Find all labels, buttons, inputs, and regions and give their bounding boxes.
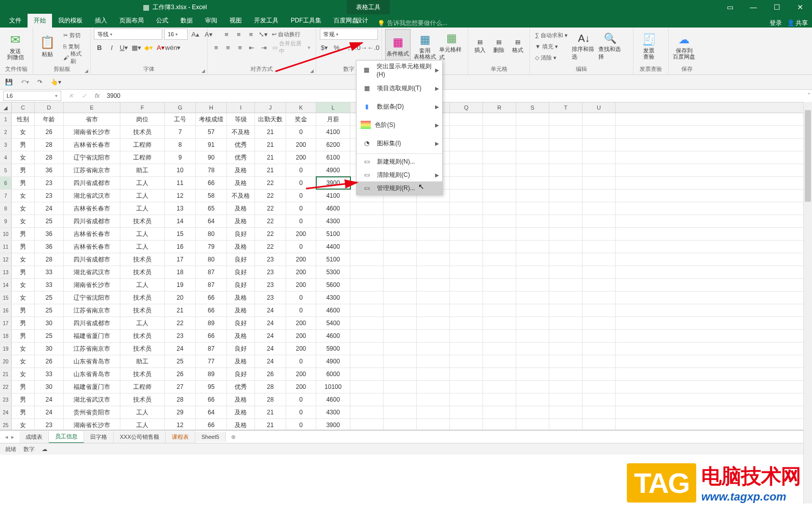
data-cell[interactable]	[549, 126, 582, 138]
data-cell[interactable]: 良好	[227, 279, 255, 291]
share-button[interactable]: 👤共享	[787, 19, 808, 28]
data-cell[interactable]: 21	[165, 304, 196, 317]
data-cell[interactable]: 男	[12, 304, 35, 317]
data-cell[interactable]	[450, 406, 483, 418]
data-cell[interactable]: 4300	[316, 406, 350, 418]
data-cell[interactable]: 22	[255, 177, 286, 189]
row-header[interactable]: 3	[0, 139, 12, 151]
data-cell[interactable]	[350, 355, 384, 367]
data-cell[interactable]: 及格	[227, 419, 255, 430]
data-cell[interactable]	[483, 304, 516, 317]
data-cell[interactable]	[483, 368, 516, 380]
data-cell[interactable]	[350, 202, 384, 215]
data-cell[interactable]: 3900	[316, 177, 350, 189]
row-header[interactable]: 21	[0, 368, 12, 380]
data-cell[interactable]: 湖南省长沙市	[64, 419, 120, 430]
data-cell[interactable]: 四川省成都市	[64, 317, 120, 329]
data-cell[interactable]	[450, 419, 483, 430]
data-cell[interactable]	[350, 279, 384, 291]
data-cell[interactable]	[483, 151, 516, 164]
data-cell[interactable]: 87	[196, 266, 227, 278]
data-cell[interactable]: 良好	[227, 342, 255, 355]
data-cell[interactable]: 26	[35, 355, 64, 367]
data-cell[interactable]: 18	[165, 266, 196, 278]
fx-icon[interactable]: fx	[91, 92, 104, 99]
data-cell[interactable]	[549, 317, 582, 329]
data-cell[interactable]	[450, 368, 483, 380]
phonetic-icon[interactable]: wén▾	[167, 42, 179, 53]
data-cell[interactable]	[549, 139, 582, 151]
data-cell[interactable]: 24	[35, 406, 64, 418]
data-cell[interactable]: 技术员	[120, 393, 165, 406]
data-cell[interactable]	[516, 190, 549, 202]
data-cell[interactable]: 90	[196, 151, 227, 164]
data-cell[interactable]: 0	[286, 215, 316, 227]
data-cell[interactable]: 及格	[227, 393, 255, 406]
data-cell[interactable]: 28	[255, 393, 286, 406]
data-cell[interactable]	[516, 177, 549, 189]
data-cell[interactable]: 21	[255, 151, 286, 164]
data-cell[interactable]	[450, 177, 483, 189]
percent-icon[interactable]: %	[331, 42, 342, 53]
data-cell[interactable]	[350, 241, 384, 253]
data-cell[interactable]	[450, 393, 483, 406]
data-cell[interactable]: 64	[196, 215, 227, 227]
data-cell[interactable]: 87	[196, 279, 227, 291]
sheet-tab-2[interactable]: 员工信息	[49, 431, 84, 443]
data-cell[interactable]: 22	[255, 215, 286, 227]
menu-manage-rules[interactable]: ▭管理规则(R)...	[357, 181, 442, 195]
header-cell[interactable]: 考核成绩	[196, 113, 227, 125]
data-cell[interactable]: 5400	[316, 317, 350, 329]
data-cell[interactable]	[350, 419, 384, 430]
tab-design[interactable]: 设计	[347, 14, 377, 28]
menu-highlight-rules[interactable]: ▦突出显示单元格规则(H)▶	[357, 61, 442, 79]
data-cell[interactable]: 女	[12, 126, 35, 138]
data-cell[interactable]: 工人	[120, 177, 165, 189]
data-cell[interactable]: 技术员	[120, 292, 165, 304]
data-cell[interactable]: 3900	[316, 419, 350, 430]
align-launcher-icon[interactable]: ◢	[310, 68, 314, 73]
data-cell[interactable]: 4300	[316, 292, 350, 304]
send-wechat-button[interactable]: ✉发送 到微信	[3, 30, 28, 63]
bold-icon[interactable]: B	[94, 42, 105, 53]
data-cell[interactable]	[384, 342, 417, 355]
data-cell[interactable]	[582, 113, 616, 125]
data-cell[interactable]: 200	[286, 317, 316, 329]
data-cell[interactable]: 22	[165, 317, 196, 329]
data-cell[interactable]	[483, 253, 516, 266]
data-cell[interactable]	[450, 126, 483, 138]
data-cell[interactable]: 女	[12, 279, 35, 291]
data-cell[interactable]	[582, 228, 616, 240]
data-cell[interactable]: 0	[286, 292, 316, 304]
menu-top-rules[interactable]: ▦项目选取规则(T)▶	[357, 79, 442, 97]
data-cell[interactable]: 24	[255, 355, 286, 367]
data-cell[interactable]: 23	[255, 279, 286, 291]
data-cell[interactable]: 21	[255, 406, 286, 418]
tab-review[interactable]: 审阅	[199, 14, 223, 28]
data-cell[interactable]: 25	[35, 215, 64, 227]
row-header[interactable]: 12	[0, 253, 12, 266]
sheet-tab-6[interactable]: Sheet5	[195, 432, 226, 442]
data-cell[interactable]: 200	[286, 228, 316, 240]
data-cell[interactable]: 6200	[316, 139, 350, 151]
data-cell[interactable]	[483, 164, 516, 176]
data-cell[interactable]	[483, 215, 516, 227]
data-cell[interactable]: 22	[255, 228, 286, 240]
tab-formulas[interactable]: 公式	[150, 14, 174, 28]
data-cell[interactable]	[384, 406, 417, 418]
data-cell[interactable]	[516, 266, 549, 278]
autosave-icon[interactable]: ☁	[42, 446, 47, 453]
data-cell[interactable]: 女	[12, 202, 35, 215]
data-cell[interactable]	[582, 139, 616, 151]
data-cell[interactable]	[582, 292, 616, 304]
data-cell[interactable]	[483, 190, 516, 202]
wrap-text-button[interactable]: ↩自动换行	[270, 29, 302, 40]
data-cell[interactable]	[384, 330, 417, 342]
data-cell[interactable]: 工人	[120, 202, 165, 215]
data-cell[interactable]	[549, 393, 582, 406]
data-cell[interactable]: 66	[196, 292, 227, 304]
data-cell[interactable]: 24	[255, 342, 286, 355]
data-cell[interactable]: 技术员	[120, 126, 165, 138]
data-cell[interactable]	[582, 330, 616, 342]
data-cell[interactable]	[483, 266, 516, 278]
